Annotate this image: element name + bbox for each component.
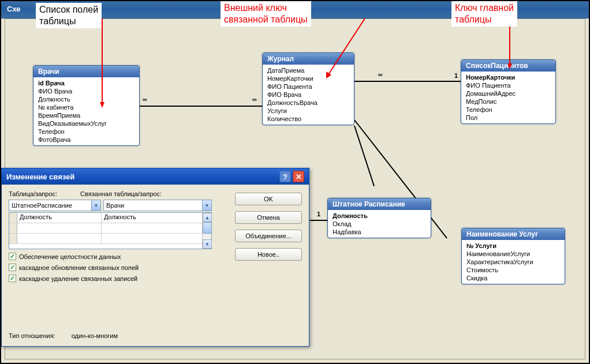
scrollbar[interactable]: ▲ ▼ (202, 213, 211, 249)
close-button[interactable]: ✕ (293, 171, 304, 182)
combo-table[interactable]: ШтатноеРасписание▼ (9, 200, 101, 211)
checkbox-icon[interactable]: ✓ (9, 275, 16, 282)
dialog-titlebar[interactable]: Изменение связей ? ✕ (2, 168, 309, 185)
field[interactable]: ДолжностьВрача (263, 99, 354, 107)
field[interactable]: № Услуги (462, 242, 565, 250)
field[interactable]: Скидка (462, 274, 565, 282)
rel-symbol: 1 (454, 72, 458, 79)
create-new-button[interactable]: Новое.. (235, 248, 302, 261)
grid-cell-left[interactable]: Должность (17, 213, 102, 223)
table-title[interactable]: Наименование Услуг (462, 228, 565, 240)
arrow-icon (324, 18, 371, 82)
field[interactable]: ФИО Пациента (263, 82, 354, 91)
table-naimenovanie-uslug[interactable]: Наименование Услуг № Услуги Наименование… (461, 228, 565, 284)
field[interactable]: Пол (461, 114, 555, 122)
scroll-down-icon[interactable]: ▼ (203, 239, 212, 249)
field[interactable]: НомерКарточки (461, 73, 555, 81)
checkbox-cascade-delete[interactable]: ✓ каскадное удаление связанных записей (9, 275, 302, 282)
table-title[interactable]: Врачи (33, 66, 139, 77)
svg-marker-1 (100, 102, 104, 108)
field-mapping-grid[interactable]: Должность Должность ▲ ▼ (9, 212, 212, 249)
checkbox-icon[interactable]: ✓ (9, 264, 16, 271)
field[interactable]: ФИО Пациента (461, 81, 555, 89)
svg-line-2 (327, 18, 365, 76)
field[interactable]: Услуги (263, 107, 354, 115)
field[interactable]: Телефон (461, 106, 555, 114)
rel-symbol: ∞ (378, 71, 383, 78)
field[interactable]: id Врача (33, 79, 139, 87)
svg-marker-5 (507, 63, 512, 69)
chevron-down-icon[interactable]: ▼ (91, 200, 100, 211)
scroll-thumb[interactable] (203, 222, 212, 234)
field[interactable]: ФИО Врача (33, 87, 139, 95)
svg-marker-3 (326, 72, 331, 78)
scroll-up-icon[interactable]: ▲ (203, 213, 212, 222)
field[interactable]: ХарактеристикаУслуги (462, 258, 565, 266)
field[interactable]: ВремяПриема (33, 111, 139, 119)
row-header[interactable] (9, 213, 17, 223)
dialog-title: Изменение связей (6, 172, 74, 181)
field[interactable]: ВидОказываемыхУслуг (33, 119, 139, 127)
combo-related-table[interactable]: Врачи▼ (103, 200, 212, 211)
field[interactable]: Должность (33, 95, 139, 103)
field[interactable]: МедПолис (461, 97, 555, 106)
field[interactable]: Оклад (328, 220, 431, 228)
checkbox-cascade-update[interactable]: ✓ каскадное обновление связанных полей (9, 264, 302, 271)
field[interactable]: Надбавка (328, 228, 431, 236)
annotation-primary-key: Ключ главной таблицы (451, 1, 517, 27)
rel-symbol: 1 (317, 211, 320, 217)
field[interactable]: ФотоВрача (33, 136, 139, 144)
table-title[interactable]: Штатное Расписание (328, 198, 431, 210)
field[interactable]: Количество (263, 115, 354, 123)
annotation-foreign-key: Внешний ключ связанной таблицы (221, 1, 311, 27)
help-button[interactable]: ? (279, 171, 291, 182)
label-related-table: Связанная таблица/запрос: (80, 190, 162, 197)
edit-relationships-dialog: Изменение связей ? ✕ Таблица/запрос: Свя… (1, 168, 309, 347)
field[interactable]: Должность (328, 212, 431, 220)
label-table-query: Таблица/запрос: (9, 190, 57, 197)
arrow-icon (99, 18, 105, 111)
checkbox-icon[interactable]: ✓ (9, 253, 16, 260)
table-vrachi[interactable]: Врачи id Врача ФИО Врача Должность № каб… (33, 65, 140, 146)
table-shtatnoe[interactable]: Штатное Расписание Должность Оклад Надба… (327, 198, 431, 238)
field[interactable]: ДомашнийАдрес (461, 89, 555, 97)
field[interactable]: № кабинета (33, 103, 139, 111)
rel-symbol: ∞ (143, 96, 147, 103)
annotation-field-list: Список полей таблицы (36, 3, 102, 28)
rel-symbol: ∞ (252, 96, 257, 103)
field[interactable]: Телефон (33, 127, 139, 136)
field[interactable]: ФИО Врача (263, 91, 354, 99)
grid-cell-right[interactable]: Должность (102, 213, 211, 223)
field[interactable]: Стоимость (462, 266, 565, 274)
field[interactable]: НаименованиеУслуги (462, 250, 565, 258)
chevron-down-icon[interactable]: ▼ (202, 200, 211, 211)
relation-type-value: один-ко-многим (72, 332, 118, 339)
ok-button[interactable]: OK (235, 193, 302, 205)
relation-type-label: Тип отношения: (9, 332, 55, 339)
join-type-button[interactable]: Объединение... (235, 230, 302, 242)
cancel-button[interactable]: Отмена (235, 211, 302, 224)
